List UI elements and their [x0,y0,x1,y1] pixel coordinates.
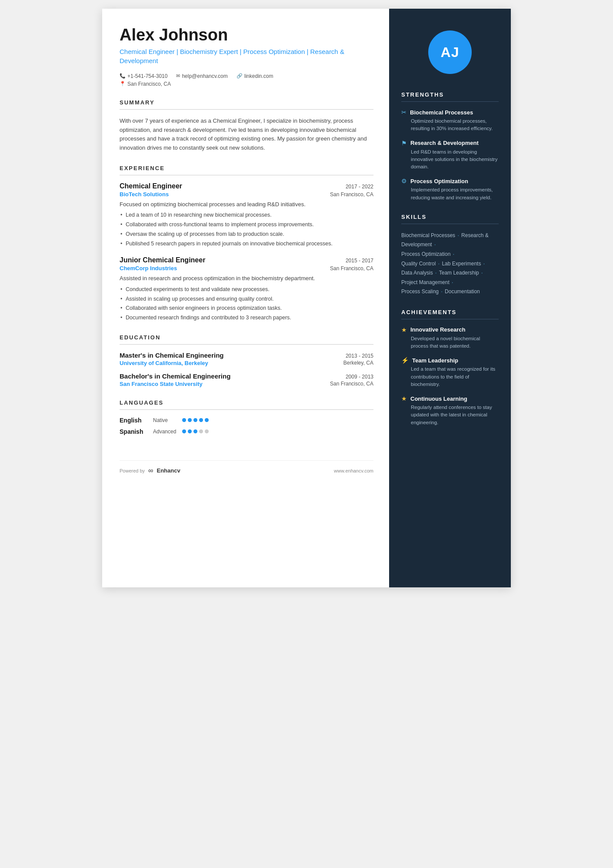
edu-2-school: San Francisco State University [120,381,203,387]
email-value: help@enhancv.com [182,73,227,79]
brand-name: Enhancv [157,467,180,474]
lang-spanish-level: Advanced [153,429,177,435]
left-column: Alex Johnson Chemical Engineer | Biochem… [102,9,389,587]
skill-3: Process Optimization [401,251,450,257]
lang-english-dots [182,418,209,422]
achievement-1: ★ Innovative Research Developed a novel … [401,326,499,350]
email-icon: ✉ [176,73,180,79]
strength-2-title: Research & Development [410,140,479,146]
languages-divider [120,409,373,410]
languages-title: LANGUAGES [120,399,373,406]
summary-text: With over 7 years of experience as a Che… [120,117,373,153]
edu-1-dates: 2013 - 2015 [346,353,373,359]
edu-1-location: Berkeley, CA [343,360,373,366]
achievement-2-header: ⚡ Team Leadership [401,357,499,364]
powered-by-text: Powered by [120,468,145,473]
edu-2-location: San Francisco, CA [330,381,373,387]
skill-5: Lab Experiments [442,261,481,267]
job-2-dates: 2015 - 2017 [346,258,373,264]
sep-5: · [482,261,485,267]
job-2-bullet-3: Collaborated with senior engineers in pr… [120,304,373,312]
sep-9: · [440,288,444,295]
edu-1-degree: Master's in Chemical Engineering [120,352,223,359]
lang-spanish-name: Spanish [120,428,148,435]
skill-7: Team Leadership [439,270,479,276]
footer-branding: Powered by ∞ Enhancv [120,467,180,475]
job-1-header: Chemical Engineer 2017 - 2022 [120,182,373,190]
sep-2: · [433,241,436,248]
dot-4 [199,418,203,422]
resume-container: Alex Johnson Chemical Engineer | Biochem… [102,9,511,587]
achievements-title: ACHIEVEMENTS [401,309,499,315]
job-1-bullet-3: Oversaw the scaling up of processes from… [120,230,373,238]
job-1-title: Chemical Engineer [120,182,182,190]
skills-section: SKILLS Biochemical Processes · Research … [401,214,499,297]
phone-contact: 📞 +1-541-754-3010 [120,73,167,79]
job-1-desc: Focused on optimizing biochemical proces… [120,200,373,209]
job-1-dates: 2017 - 2022 [346,184,373,190]
strength-2-icon: ⚑ [401,140,407,147]
location-icon: 📍 [120,81,126,87]
achievement-2-desc: Led a team that was recognized for its c… [401,365,499,388]
phone-icon: 📞 [120,73,126,79]
bolt-icon: ⚡ [401,357,409,364]
dot-s1 [182,429,186,433]
skill-6: Data Analysis [401,270,433,276]
edu-2-dates: 2009 - 2013 [346,374,373,380]
achievement-1-desc: Developed a novel biochemical process th… [401,335,499,350]
edu-2-school-row: San Francisco State University San Franc… [120,381,373,387]
job-2-bullet-1: Conducted experiments to test and valida… [120,285,373,294]
skill-10: Documentation [445,288,480,295]
job-1-bullet-1: Led a team of 10 in researching new bioc… [120,211,373,219]
skill-4: Quality Control [401,261,436,267]
summary-divider [120,109,373,110]
sep-8: · [450,279,453,285]
linkedin-contact: 🔗 linkedin.com [237,73,273,79]
strengths-divider [401,101,499,102]
strength-2-desc: Led R&D teams in developing innovative s… [401,148,499,171]
strength-1-icon: ✂ [401,109,406,116]
avatar-area: AJ [389,9,511,91]
experience-title: EXPERIENCE [120,165,373,171]
achievement-3: ★ Continuous Learning Regularly attend c… [401,395,499,426]
right-column: AJ STRENGTHS ✂ Biochemical Processes Opt… [389,9,511,587]
job-1: Chemical Engineer 2017 - 2022 BioTech So… [120,182,373,248]
job-1-location: San Francisco, CA [330,191,373,198]
achievement-3-desc: Regularly attend conferences to stay upd… [401,404,499,426]
sep-6: · [434,270,438,276]
dot-2 [188,418,192,422]
experience-divider [120,175,373,175]
footer: Powered by ∞ Enhancv www.enhancv.com [120,460,373,475]
strength-1: ✂ Biochemical Processes Optimized bioche… [401,109,499,133]
summary-section: SUMMARY With over 7 years of experience … [120,99,373,153]
job-2-location: San Francisco, CA [330,265,373,271]
lang-english: English Native [120,417,373,424]
job-2-bullet-4: Documented research findings and contrib… [120,314,373,322]
job-2-company-row: ChemCorp Industries San Francisco, CA [120,265,373,271]
skill-8: Project Management [401,279,450,285]
dot-s5 [205,429,209,433]
achievement-1-header: ★ Innovative Research [401,326,499,333]
job-1-bullet-2: Collaborated with cross-functional teams… [120,221,373,229]
avatar: AJ [428,30,472,74]
achievement-3-title: Continuous Learning [410,395,467,402]
education-section: EDUCATION Master's in Chemical Engineeri… [120,334,373,387]
enhancv-logo-icon: ∞ [148,467,153,475]
lang-spanish-dots [182,429,209,433]
edu-1-header: Master's in Chemical Engineering 2013 - … [120,352,373,359]
achievement-2: ⚡ Team Leadership Led a team that was re… [401,357,499,388]
strength-2-header: ⚑ Research & Development [401,140,499,147]
achievements-divider [401,319,499,319]
experience-section: EXPERIENCE Chemical Engineer 2017 - 2022… [120,165,373,322]
job-2: Junior Chemical Engineer 2015 - 2017 Che… [120,256,373,322]
sep-4: · [436,261,441,267]
sep-1: · [456,232,460,238]
link-icon: 🔗 [237,73,243,79]
footer-url: www.enhancv.com [334,468,373,473]
summary-title: SUMMARY [120,99,373,106]
edu-1-school: University of California, Berkeley [120,360,208,366]
star-icon-1: ★ [401,326,407,333]
job-1-company: BioTech Solutions [120,191,169,198]
linkedin-value: linkedin.com [244,73,273,79]
skills-title: SKILLS [401,214,499,220]
